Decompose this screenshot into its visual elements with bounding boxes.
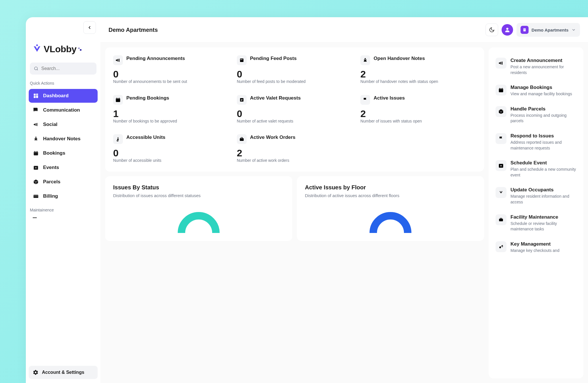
action-update-occupants[interactable]: Update Occupants Manage resident informa…	[494, 182, 578, 209]
svg-rect-6	[36, 94, 38, 95]
sidebar-item-events[interactable]: Events	[29, 161, 98, 174]
divider-icon	[33, 217, 37, 218]
building-icon	[521, 26, 529, 34]
sidebar-item-parcels[interactable]: Parcels	[29, 175, 98, 189]
sidebar-item-dashboard[interactable]: Dashboard	[29, 89, 98, 103]
stat-item: Active Work Orders 2 Number of active wo…	[237, 134, 353, 164]
sidebar-item-communication[interactable]: Communication	[29, 103, 98, 117]
action-schedule-event[interactable]: Schedule Event Plan and schedule a new c…	[494, 155, 578, 182]
dashboard-icon	[33, 93, 39, 99]
stat-value: 0	[113, 148, 229, 158]
stat-item: Pending Announcements 0 Number of announ…	[113, 55, 229, 85]
stat-desc: Number of bookings to be approved	[113, 118, 229, 124]
sidebar-item-handover-notes[interactable]: Handover Notes	[29, 132, 98, 146]
stat-item: Pending Feed Posts 0 Number of feed post…	[237, 55, 353, 85]
action-handle-parcels[interactable]: Handle Parcels Process incoming and outg…	[494, 102, 578, 129]
sidebar: VLobby Quick Actions DashboardCommunicat…	[26, 17, 100, 383]
page-title: Demo Apartments	[109, 27, 158, 33]
stat-desc: Number of feed posts to be moderated	[237, 79, 353, 85]
chart-desc: Distribution of active issues across dif…	[305, 193, 476, 199]
stat-desc: Number of active valet requests	[237, 118, 353, 124]
chart-title: Active Issues by Floor	[305, 184, 476, 191]
action-respond-to-issues[interactable]: Respond to Issues Address reported issue…	[494, 129, 578, 155]
stat-title: Active Issues	[374, 95, 405, 101]
theme-toggle-button[interactable]	[486, 24, 498, 36]
stat-desc: Number of handover notes with status ope…	[360, 79, 476, 85]
stat-title: Pending Announcements	[126, 55, 185, 62]
chart-desc: Distribution of issues across different …	[113, 193, 284, 199]
svg-rect-29	[116, 98, 120, 99]
action-title: Create Announcement	[510, 58, 577, 63]
svg-point-3	[34, 67, 37, 70]
nav-label: Parcels	[43, 179, 61, 185]
calendar-icon	[33, 150, 39, 156]
svg-rect-9	[34, 140, 37, 141]
logo-text: VLobby	[44, 44, 76, 55]
calendar-icon	[113, 95, 123, 105]
donut-chart	[365, 204, 416, 233]
parking-icon: P	[237, 95, 247, 105]
stat-value: 2	[360, 109, 476, 118]
stat-desc: Number of accessible units	[113, 158, 229, 164]
handover-icon	[33, 136, 39, 142]
flag-icon	[496, 133, 506, 144]
action-desc: Plan and schedule a new community event	[510, 167, 577, 178]
section-maintenance: Maintainence	[29, 208, 98, 216]
stat-item: Pending Bookings 1 Number of bookings to…	[113, 95, 229, 124]
account-settings-button[interactable]: Account & Settings	[29, 366, 98, 379]
moon-icon	[489, 27, 495, 33]
account-label: Account & Settings	[42, 370, 84, 375]
gear-icon	[33, 370, 38, 375]
svg-rect-8	[34, 96, 36, 98]
logo: VLobby	[29, 37, 98, 63]
sidebar-item-bookings[interactable]: Bookings	[29, 146, 98, 160]
box-icon	[33, 179, 39, 185]
main: Demo Apartments Demo Apartments	[100, 17, 588, 383]
avatar[interactable]	[502, 24, 513, 36]
calendar-star-icon	[33, 164, 39, 171]
nav-label: Dashboard	[43, 93, 69, 99]
action-manage-bookings[interactable]: Manage Bookings View and manage facility…	[494, 80, 578, 102]
megaphone-icon	[496, 58, 506, 69]
property-label: Demo Apartments	[531, 28, 568, 32]
stat-item: Open Handover Notes 2 Number of handover…	[360, 55, 476, 85]
svg-rect-27	[364, 61, 367, 62]
sidebar-item-social[interactable]: Social	[29, 118, 98, 131]
stat-item: P Active Valet Requests 0 Number of acti…	[237, 95, 353, 124]
action-desc: Process incoming and outgoing parcels	[510, 113, 577, 124]
search-box[interactable]	[30, 63, 96, 75]
quick-actions-panel: Create Announcement Post a new announcem…	[489, 47, 583, 378]
section-quick-actions: Quick Actions	[29, 81, 98, 89]
chevron-down-icon	[571, 28, 576, 32]
svg-rect-5	[34, 94, 36, 96]
svg-rect-16	[34, 196, 38, 197]
svg-point-17	[506, 28, 508, 30]
svg-point-0	[36, 44, 38, 46]
topbar: Demo Apartments Demo Apartments	[100, 17, 588, 43]
action-facility-maintenance[interactable]: Facility Maintenance Schedule or review …	[494, 210, 578, 237]
action-title: Handle Parcels	[510, 106, 577, 112]
svg-point-2	[80, 49, 82, 51]
people-icon	[496, 187, 506, 198]
svg-rect-23	[240, 59, 243, 62]
tv-icon	[496, 214, 506, 225]
calendar-icon	[496, 85, 506, 96]
megaphone-icon	[33, 121, 39, 128]
svg-rect-18	[523, 28, 526, 32]
search-input[interactable]	[41, 66, 92, 71]
sidebar-item-billing[interactable]: Billing	[29, 189, 98, 203]
stat-title: Active Valet Requests	[250, 95, 301, 101]
nav-label: Bookings	[43, 150, 65, 156]
flag-icon	[360, 95, 370, 105]
property-selector[interactable]: Demo Apartments	[517, 23, 580, 37]
action-key-management[interactable]: Key Management Manage key checkouts and	[494, 237, 578, 258]
action-title: Facility Maintenance	[510, 214, 577, 220]
stat-desc: Number of issues with status open	[360, 118, 476, 124]
svg-text:P: P	[241, 98, 243, 101]
nav-label: Billing	[43, 193, 58, 199]
action-create-announcement[interactable]: Create Announcement Post a new announcem…	[494, 53, 578, 80]
box-icon	[496, 106, 506, 117]
svg-rect-21	[524, 30, 524, 30]
back-button[interactable]	[83, 21, 96, 34]
app-window: VLobby Quick Actions DashboardCommunicat…	[26, 17, 588, 383]
